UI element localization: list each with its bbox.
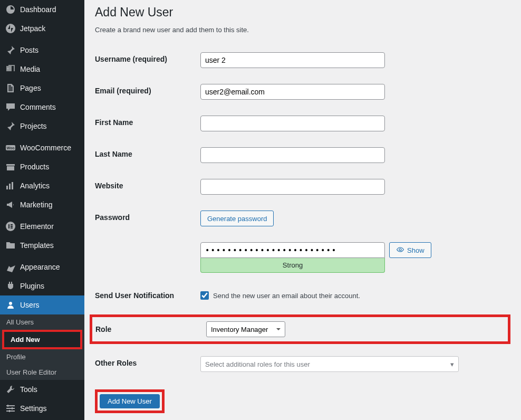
sidebar-item-elementor[interactable]: Elementor (0, 217, 84, 236)
svg-point-0 (6, 24, 15, 33)
sidebar-item-label: Products (20, 163, 49, 171)
chevron-down-icon: ▾ (450, 360, 454, 368)
sidebar-item-label: Media (20, 65, 40, 73)
svg-rect-14 (6, 408, 15, 409)
sidebar-item-pages[interactable]: Pages (0, 79, 84, 98)
svg-rect-4 (6, 186, 8, 189)
sidebar-item-label: Elementor (20, 222, 54, 231)
sidebar-item-label: Settings (20, 404, 47, 413)
svg-rect-18 (9, 410, 10, 412)
megaphone-icon (5, 199, 16, 210)
email-input[interactable] (200, 84, 385, 100)
sidebar-item-settings[interactable]: Settings (0, 399, 84, 418)
dashboard-icon (5, 4, 16, 15)
svg-text:Woo: Woo (6, 146, 14, 150)
sidebar-item-users[interactable]: Users (0, 295, 84, 314)
folder-icon (5, 240, 16, 251)
sidebar-item-label: Dashboard (20, 5, 56, 14)
sidebar-item-tools[interactable]: Tools (0, 380, 84, 399)
show-button-label: Show (407, 246, 424, 254)
username-input[interactable] (200, 52, 385, 68)
notification-label: Send User Notification (95, 281, 200, 310)
sidebar-item-projects[interactable]: Projects (0, 117, 84, 136)
sidebar-item-label: Templates (20, 241, 54, 250)
sidebar-item-analytics[interactable]: Analytics (0, 176, 84, 195)
sidebar-item-media[interactable]: Media (0, 60, 84, 79)
sidebar-item-label: WooCommerce (20, 144, 71, 152)
settings-icon (5, 403, 16, 414)
notification-text: Send the new user an email about their a… (213, 292, 360, 300)
role-label: Role (95, 325, 206, 333)
firstname-input[interactable] (200, 116, 385, 131)
other-roles-select[interactable]: Select additional roles for this user ▾ (200, 356, 459, 372)
page-description: Create a brand new user and add them to … (95, 26, 510, 34)
main-content: Add New User Create a brand new user and… (84, 0, 521, 420)
sidebar-item-woocommerce[interactable]: Woo WooCommerce (0, 138, 84, 157)
svg-rect-16 (7, 405, 8, 407)
sidebar-item-appearance[interactable]: Appearance (0, 257, 84, 276)
sidebar-item-label: Users (20, 301, 40, 309)
password-strength: Strong (200, 258, 385, 273)
email-label: Email (required) (95, 76, 200, 108)
submenu-all-users[interactable]: All Users (0, 314, 84, 330)
sidebar-item-templates[interactable]: Templates (0, 236, 84, 255)
svg-rect-10 (11, 226, 13, 227)
website-label: Website (95, 171, 200, 203)
other-roles-label: Other Roles (95, 348, 200, 380)
analytics-icon (5, 180, 16, 191)
sidebar-item-label: Projects (20, 122, 47, 130)
users-submenu: All Users Add New Profile User Role Edit… (0, 314, 84, 380)
sidebar-item-label: Tools (20, 385, 37, 394)
svg-rect-5 (9, 184, 11, 189)
sidebar-item-marketing[interactable]: Marketing (0, 195, 84, 214)
users-icon (5, 300, 16, 310)
svg-point-19 (399, 249, 401, 251)
submenu-add-new[interactable]: Add New (4, 332, 80, 347)
password-input[interactable] (200, 242, 385, 258)
comments-icon (5, 102, 16, 112)
svg-rect-9 (11, 224, 13, 225)
add-new-user-button[interactable]: Add New User (100, 394, 160, 408)
sidebar-item-label: Plugins (20, 282, 44, 290)
plugins-icon (5, 281, 16, 291)
page-title: Add New User (95, 5, 510, 20)
woocommerce-icon: Woo (5, 142, 16, 153)
sidebar-item-label: Analytics (20, 182, 50, 190)
lastname-label: Last Name (95, 139, 200, 171)
media-icon (5, 64, 16, 74)
sidebar-item-label: Jetpack (20, 24, 45, 33)
svg-rect-17 (12, 407, 13, 409)
sidebar-item-plugins[interactable]: Plugins (0, 276, 84, 295)
sidebar-item-label: Posts (20, 46, 38, 54)
elementor-icon (5, 221, 16, 232)
pin-icon (5, 121, 16, 131)
submenu-profile[interactable]: Profile (0, 349, 84, 365)
appearance-icon (5, 262, 16, 272)
sidebar-item-dashboard[interactable]: Dashboard (0, 0, 84, 19)
generate-password-button[interactable]: Generate password (200, 211, 274, 226)
sidebar-item-products[interactable]: Products (0, 157, 84, 176)
sidebar-item-label: Appearance (20, 263, 60, 271)
notification-checkbox[interactable] (200, 291, 209, 300)
admin-sidebar: Dashboard Jetpack Posts Media Pages Comm… (0, 0, 84, 420)
sidebar-item-label: Marketing (20, 201, 52, 209)
submenu-user-role-editor[interactable]: User Role Editor (0, 365, 84, 380)
lastname-input[interactable] (200, 147, 385, 163)
sidebar-item-jetpack[interactable]: Jetpack (0, 19, 84, 38)
sidebar-item-label: Comments (20, 103, 56, 111)
svg-rect-11 (11, 227, 13, 228)
sidebar-item-posts[interactable]: Posts (0, 41, 84, 60)
svg-rect-6 (12, 182, 13, 189)
website-input[interactable] (200, 179, 385, 195)
show-password-button[interactable]: Show (389, 242, 431, 258)
sidebar-item-comments[interactable]: Comments (0, 98, 84, 117)
products-icon (5, 161, 16, 172)
pages-icon (5, 83, 16, 93)
sidebar-item-label: Pages (20, 84, 41, 92)
jetpack-icon (5, 23, 16, 34)
svg-rect-8 (8, 224, 9, 228)
other-roles-placeholder: Select additional roles for this user (205, 360, 310, 368)
role-select[interactable]: Inventory Manager (206, 321, 285, 337)
tools-icon (5, 384, 16, 395)
svg-point-1 (7, 68, 9, 70)
